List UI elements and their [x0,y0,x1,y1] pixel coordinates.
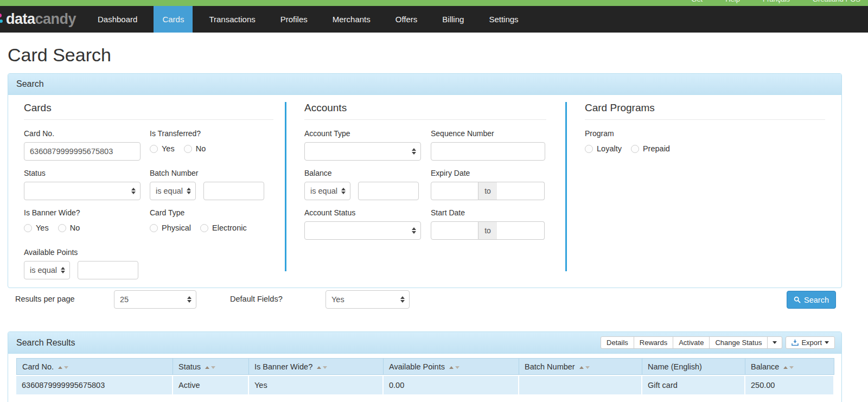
select-caret-icon [412,148,416,155]
card-programs-section-title: Card Programs [585,102,825,120]
is-transferred-label: Is Transferred? [150,129,273,138]
topbar-links: Get Help Français Greatland POS [691,0,860,3]
batch-number-group: Batch Number is equal to [150,169,273,200]
column-header-batch-number[interactable]: Batch Number [519,358,642,375]
page-title: Card Search [8,44,868,66]
accounts-section-title: Accounts [304,102,546,120]
column-header-name-english[interactable]: Name (English) [642,358,745,375]
start-date-from-input[interactable] [431,221,478,240]
sort-arrows-icon[interactable] [317,366,327,369]
nav-item-transactions[interactable]: Transactions [200,6,264,33]
results-per-page-select[interactable]: 25 [114,290,196,309]
nav-item-billing[interactable]: Billing [433,6,473,33]
card-type-group: Card Type Physical Electronic [150,208,273,240]
select-caret-icon [341,188,346,194]
is-transferred-group: Is Transferred? Yes No [150,129,273,161]
sort-arrows-icon[interactable] [58,366,68,369]
card-type-electronic-label: Electronic [212,224,247,232]
expiry-date-group: Expiry Date to [431,169,546,200]
expiry-date-to-input[interactable] [497,182,545,200]
nav-item-settings[interactable]: Settings [480,6,527,33]
activate-button[interactable]: Activate [673,336,710,349]
balance-label: Balance [304,169,421,177]
select-caret-icon [187,188,191,194]
batch-number-label: Batch Number [150,169,273,177]
cell-status: Active [173,375,249,394]
account-status-select[interactable] [304,221,421,240]
default-fields-label: Default Fields? [230,295,283,303]
datacandy-logo[interactable]: datacandy [0,6,85,33]
status-select[interactable] [24,182,141,200]
search-results-panel: Search Results Details Rewards Activate … [8,331,842,402]
nav-item-dashboard[interactable]: Dashboard [89,6,146,33]
results-table: Card No. Status Is Banner Wide? Availabl… [16,358,834,394]
search-results-header: Search Results Details Rewards Activate … [8,332,841,354]
banner-wide-no-radio[interactable] [58,224,66,232]
column-header-available-points[interactable]: Available Points [384,358,519,375]
cards-section-title: Cards [24,102,273,120]
available-points-input[interactable] [78,261,138,279]
sequence-number-group: Sequence Number [431,129,546,161]
batch-number-input[interactable] [203,182,264,200]
cell-available-points: 0.00 [384,375,519,394]
program-loyalty-label: Loyalty [597,144,622,153]
search-panel-header: Search [8,74,841,95]
card-type-physical-radio[interactable] [150,224,158,232]
column-divider [565,102,567,271]
sort-arrows-icon[interactable] [205,366,215,369]
account-type-select[interactable] [304,142,421,161]
table-row[interactable]: 6360879999995675803 Active Yes 0.00 Gift… [16,375,834,394]
card-programs-section: Card Programs Program Loyalty Prepaid [585,102,825,169]
chevron-down-icon [825,341,829,344]
available-points-operator-select[interactable]: is equal to [24,261,70,279]
more-actions-dropdown-button[interactable] [767,336,782,349]
column-header-status[interactable]: Status [173,358,249,375]
balance-group: Balance is equal to [304,169,421,200]
top-green-bar: Get Help Français Greatland POS [0,0,868,6]
expiry-date-from-input[interactable] [431,182,478,200]
program-loyalty-radio[interactable] [585,145,593,153]
batch-number-operator-select[interactable]: is equal to [150,182,196,200]
sort-arrows-icon[interactable] [783,366,794,369]
search-button[interactable]: Search [787,291,836,309]
export-button[interactable]: Export [786,336,835,349]
expiry-date-label: Expiry Date [431,169,546,177]
nav-item-profiles[interactable]: Profiles [272,6,316,33]
change-status-button[interactable]: Change Status [709,336,768,349]
cell-card-no: 6360879999995675803 [16,375,173,394]
nav-item-cards[interactable]: Cards [154,6,193,33]
transferred-no-radio[interactable] [184,145,192,153]
account-status-group: Account Status [304,208,421,240]
rewards-button[interactable]: Rewards [634,336,673,349]
select-caret-icon [412,227,416,234]
cell-name-english: Gift card [642,375,745,394]
topbar-link-merchant[interactable]: Greatland POS [813,0,860,3]
column-header-card-no[interactable]: Card No. [16,358,173,375]
card-type-physical-label: Physical [162,224,191,232]
card-no-group: Card No. [24,129,141,161]
search-results-body: Card No. Status Is Banner Wide? Availabl… [8,354,841,402]
sort-arrows-icon[interactable] [449,366,459,369]
start-date-to-input[interactable] [497,221,545,240]
card-type-electronic-radio[interactable] [200,224,208,232]
default-fields-select[interactable]: Yes [326,290,410,309]
topbar-link-get[interactable]: Get [691,0,703,3]
balance-operator-select[interactable]: is equal to [304,182,350,200]
banner-wide-yes-radio[interactable] [24,224,32,232]
card-no-input[interactable] [24,142,141,161]
cell-balance: 250.00 [745,375,834,394]
details-button[interactable]: Details [601,336,634,349]
transferred-yes-radio[interactable] [150,145,158,153]
column-header-is-banner-wide[interactable]: Is Banner Wide? [249,358,384,375]
sequence-number-input[interactable] [431,142,545,161]
account-status-label: Account Status [304,208,421,217]
results-toolbar: Details Rewards Activate Change Status E… [601,336,835,349]
column-header-balance[interactable]: Balance [745,358,834,375]
topbar-link-francais[interactable]: Français [763,0,790,3]
topbar-link-help[interactable]: Help [725,0,740,3]
sort-arrows-icon[interactable] [579,366,590,369]
nav-item-offers[interactable]: Offers [387,6,426,33]
balance-input[interactable] [358,182,419,200]
nav-item-merchants[interactable]: Merchants [324,6,379,33]
program-prepaid-radio[interactable] [631,145,639,153]
